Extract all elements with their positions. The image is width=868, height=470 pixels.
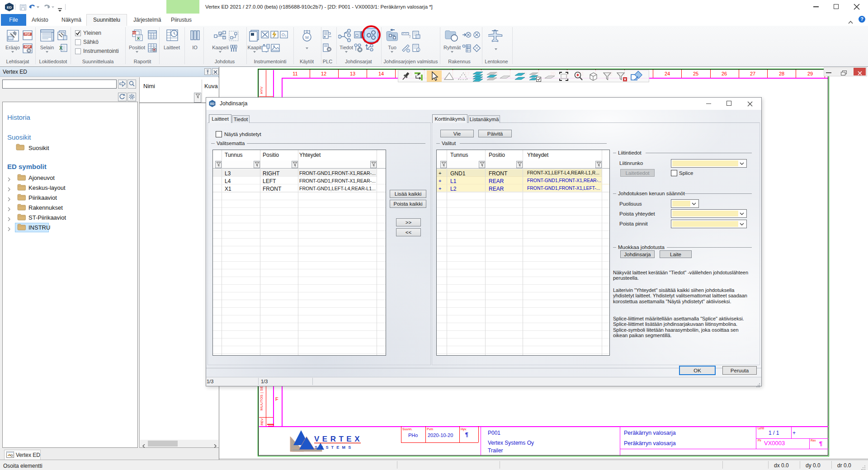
svg-text:SYSTEMS: SYSTEMS (315, 445, 354, 450)
svg-text:?: ? (409, 34, 410, 39)
svg-text:VERTEX: VERTEX (314, 435, 363, 443)
svg-text:ED: ED (210, 102, 214, 105)
svg-text:PDF: PDF (25, 45, 31, 48)
svg-text:X: X (137, 36, 140, 41)
svg-text:PDF: PDF (132, 32, 137, 34)
svg-text:ED: ED (7, 5, 12, 9)
svg-text:M: M (305, 35, 309, 40)
svg-text:O₂: O₂ (282, 33, 287, 37)
svg-text:1: 1 (417, 48, 419, 52)
svg-text:PDF: PDF (25, 33, 31, 36)
